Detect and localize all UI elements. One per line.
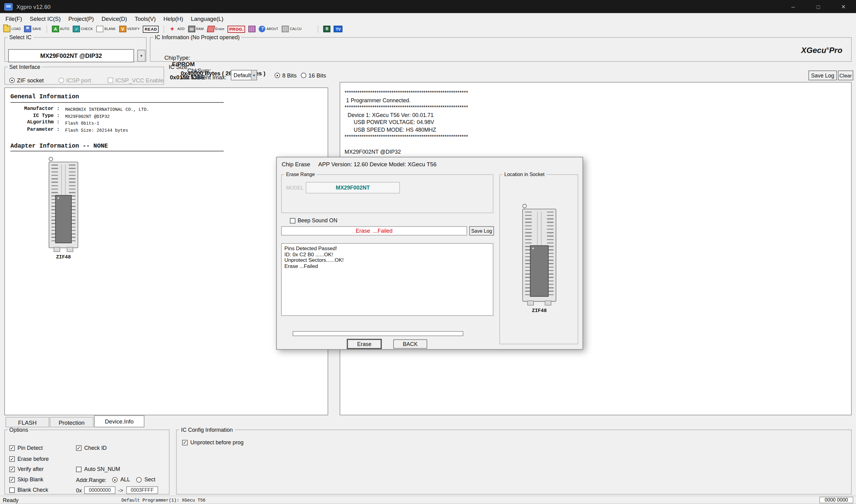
socket-body [522, 209, 556, 302]
check-ic-icon [73, 26, 80, 32]
bits16-radio[interactable]: 16 Bits [301, 72, 326, 79]
menu-project[interactable]: Project(P) [64, 15, 98, 21]
close-icon[interactable] [831, 0, 856, 13]
chip-select-icon [323, 26, 330, 32]
menu-language[interactable]: Language(L) [187, 15, 227, 21]
adapter-info-title: Adapter Information -- NONE [11, 143, 108, 149]
minimize-icon[interactable] [781, 0, 806, 13]
info-row: Manufactor : MACRONIX INTERNATIONAL CO.,… [11, 106, 149, 113]
menu-tools[interactable]: Tools(V) [131, 15, 160, 21]
inserted-chip [530, 245, 549, 297]
calculator-icon [282, 26, 289, 32]
erase-button[interactable]: Erase [347, 339, 381, 348]
read-badge: READ [143, 25, 159, 33]
icsp-port-radio[interactable]: ICSP port [58, 77, 91, 84]
log-line: MX29F002NT @DIP32 [344, 148, 848, 156]
checkbox-mark [9, 487, 15, 493]
unprotect-before-prog-checkbox[interactable]: ✓ Unprotect before prog [182, 439, 243, 446]
toolbar-button-read[interactable]: READ [143, 25, 159, 33]
toolbar-button-tv[interactable]: TV [334, 26, 343, 32]
toolbar-button-grid[interactable] [249, 26, 256, 32]
toolbar-button-verify[interactable]: VERIFY [119, 26, 140, 32]
toolbar-button-save[interactable]: SAVE [24, 26, 41, 32]
menu-device[interactable]: Device(D) [98, 15, 131, 21]
toolbar-button-check[interactable]: CHECK [73, 26, 93, 32]
checkbox-mark [76, 466, 82, 472]
select-ic-title: Select IC [8, 34, 33, 40]
selected-ic-field[interactable]: MX29F002NT @DIP32 [8, 49, 134, 62]
checkbox-mark [290, 218, 295, 223]
menu-select-ic[interactable]: Select IC(S) [26, 15, 64, 21]
ram-chip-icon [188, 26, 195, 32]
maximize-icon[interactable] [806, 0, 831, 13]
radio-mark: ● [112, 477, 118, 482]
toolbar-button-about[interactable]: ABOUT [259, 26, 278, 32]
toolbar-button-blank[interactable]: BLANK [96, 26, 116, 32]
addr-arrow-label: -> [118, 487, 123, 493]
addr-range-all-radio[interactable]: ● ALL [112, 476, 130, 483]
menu-file[interactable]: File(F) [2, 15, 26, 21]
toolbar-button-calcu[interactable]: CALCU [282, 26, 302, 32]
addr-to-input[interactable] [126, 486, 158, 494]
radio-mark: ● [275, 73, 280, 78]
dialog-log-line: Pins Detected Passed! [285, 246, 490, 252]
beep-sound-checkbox[interactable]: Beep Sound ON [290, 217, 338, 223]
erase-before-checkbox[interactable]: ✓ Erase before [9, 456, 49, 462]
addr-range-sect-radio[interactable]: Sect [136, 476, 155, 483]
erase-progress-bar [293, 331, 463, 336]
bits8-radio[interactable]: ● 8 Bits [275, 72, 297, 79]
hex-prefix-label: 0x [76, 487, 82, 493]
socket-lever-icon [49, 157, 53, 161]
dialog-save-log-button[interactable]: Save Log [469, 226, 494, 235]
ic-info-group: IC Information (No Project opened) ChipT… [150, 34, 852, 61]
general-info-title: Genenal Information [11, 93, 79, 100]
toolbar-separator [318, 25, 319, 33]
vcc-current-label: Vcc Current Imax: [181, 74, 226, 80]
socket-lever-icon [522, 204, 527, 208]
ic-config-group: IC Config Information ✓ Unprotect before… [176, 427, 852, 494]
verify-after-checkbox[interactable]: ✓ Verify after [9, 466, 44, 472]
ic-config-title: IC Config Information [179, 427, 234, 433]
inserted-chip [55, 195, 72, 243]
tab-flash[interactable]: FLASH [5, 417, 49, 428]
addr-range-label: Addr.Range: [76, 477, 106, 483]
auto-icon [52, 26, 59, 32]
log-line: USB POWER VOLTAGE: 04.98V [344, 119, 848, 126]
zif-socket-radio[interactable]: ● ZIF socket [9, 77, 44, 84]
radio-mark [301, 73, 307, 78]
socket-label: ZIF48 [520, 308, 559, 314]
toolbar-button-chip-select[interactable] [323, 26, 330, 32]
check-id-checkbox[interactable]: ✓ Check ID [76, 445, 107, 451]
toolbar-separator [46, 25, 47, 33]
tab-device-info[interactable]: Device.Info [94, 415, 144, 427]
skip-blank-checkbox[interactable]: ✓ Skip Blank [9, 476, 43, 483]
toolbar-button-load[interactable]: LOAD [3, 26, 21, 32]
toolbar-button-add[interactable]: ADD [169, 26, 185, 32]
radio-mark: ● [9, 77, 15, 83]
ic-dropdown-button[interactable] [137, 50, 145, 61]
tab-protection[interactable]: Protection [50, 417, 93, 428]
question-icon [259, 26, 266, 32]
checkbox-mark: ✓ [9, 466, 15, 472]
select-ic-group: Select IC MX29F002NT @DIP32 [4, 34, 147, 61]
set-interface-title: Set Interface [8, 64, 42, 70]
erase-range-group: Erase Range MODEL MX29F002NT [281, 172, 493, 213]
back-button[interactable]: BACK [393, 339, 427, 348]
toolbar-button-auto[interactable]: AUTO [52, 26, 70, 32]
toolbar-button-erase[interactable]: Erase [207, 26, 225, 32]
clear-button[interactable]: Clear [838, 70, 853, 80]
toolbar-button-ram[interactable]: RAM [188, 26, 204, 32]
vcc-current-dropdown[interactable]: Default [231, 70, 257, 80]
model-value-field: MX29F002NT [306, 182, 400, 193]
pin-detect-checkbox[interactable]: ✓ Pin Detect [9, 445, 42, 451]
icsp-vcc-checkbox[interactable]: ICSP_VCC Enable [108, 77, 164, 84]
prog-badge: PROG. [228, 25, 245, 33]
addr-from-input[interactable] [84, 486, 116, 494]
save-log-button[interactable]: Save Log [808, 70, 837, 80]
toolbar-button-prog[interactable]: PROG. [228, 25, 245, 33]
menu-help[interactable]: Help(H) [160, 15, 187, 21]
toolbar-separator [164, 25, 164, 33]
blank-check-checkbox[interactable]: Blank Check [9, 487, 48, 493]
log-line: ****************************************… [344, 133, 848, 141]
auto-sn-checkbox[interactable]: Auto SN_NUM [76, 466, 120, 472]
